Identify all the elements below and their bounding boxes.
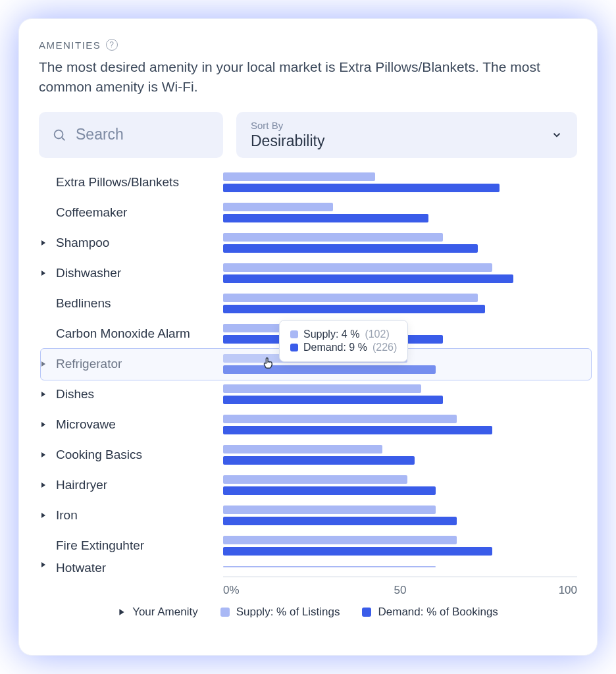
- demand-bar: [223, 184, 500, 192]
- supply-bar: [223, 384, 421, 393]
- caret-right-icon: [40, 239, 48, 247]
- svg-line-1: [62, 138, 64, 140]
- amenity-label[interactable]: Coffeemaker: [39, 197, 223, 228]
- supply-bar: [223, 172, 375, 181]
- svg-marker-4: [41, 240, 45, 246]
- amenity-bars[interactable]: [223, 197, 577, 228]
- amenity-label[interactable]: Microvawe: [39, 409, 223, 440]
- amenity-label-text: Iron: [56, 508, 78, 523]
- amenity-bars[interactable]: [223, 167, 577, 197]
- section-label: AMENITIES: [39, 39, 101, 51]
- demand-bar: [223, 244, 478, 253]
- amenity-label-text: Dishwasher: [56, 266, 121, 280]
- caret-right-icon: [40, 561, 48, 569]
- amenity-bars[interactable]: [223, 440, 577, 470]
- legend-your-amenity: Your Amenity: [118, 606, 198, 619]
- supply-swatch-icon: [220, 608, 230, 617]
- search-input[interactable]: Search: [39, 112, 223, 158]
- amenity-bars[interactable]: [223, 379, 577, 409]
- legend-demand: Demand: % of Bookings: [362, 606, 498, 619]
- amenity-bars[interactable]: [223, 288, 577, 319]
- amenity-label[interactable]: Carbon Monoxide Alarm: [39, 319, 223, 349]
- demand-swatch-icon: [362, 608, 371, 617]
- supply-bar: [223, 445, 382, 454]
- caret-right-icon: [118, 608, 126, 616]
- supply-bar: [223, 263, 492, 272]
- amenity-label[interactable]: Cooking Basics: [39, 440, 223, 470]
- section-description: The most desired amenity in your local m…: [39, 57, 577, 97]
- amenity-label-text: Hairdryer: [56, 478, 107, 492]
- amenity-label[interactable]: Iron: [39, 500, 223, 531]
- amenity-bars[interactable]: [223, 409, 577, 440]
- axis-tick: 0%: [223, 584, 240, 597]
- supply-bar: [223, 203, 333, 211]
- demand-bar: [223, 274, 513, 283]
- demand-bar: [223, 396, 443, 404]
- amenities-card: AMENITIES ? The most desired amenity in …: [18, 18, 598, 656]
- svg-marker-8: [41, 361, 45, 367]
- amenity-label-text: Fire Extinguhter: [56, 538, 144, 553]
- svg-marker-15: [41, 562, 45, 567]
- help-icon[interactable]: ?: [106, 39, 118, 51]
- chart-tooltip: Supply: 4 %(102)Demand: 9 %(226): [279, 320, 408, 362]
- supply-bar: [223, 566, 436, 567]
- amenity-bars[interactable]: [223, 228, 577, 258]
- supply-bar: [223, 233, 443, 242]
- amenity-label[interactable]: Hotwater: [39, 561, 223, 573]
- sort-label: Sort By: [251, 120, 324, 131]
- caret-right-icon: [40, 481, 48, 489]
- axis-tick: 50: [394, 584, 407, 597]
- amenity-label-text: Microvawe: [56, 417, 116, 432]
- svg-marker-16: [120, 609, 124, 615]
- chevron-down-icon: [551, 129, 563, 141]
- amenity-label-text: Carbon Monoxide Alarm: [56, 326, 190, 341]
- amenity-label[interactable]: Bedlinens: [39, 288, 223, 319]
- axis-tick: 100: [559, 584, 577, 597]
- svg-marker-13: [41, 513, 45, 518]
- supply-bar: [223, 475, 407, 484]
- amenity-label[interactable]: Extra Pillows/Blankets: [39, 167, 223, 197]
- demand-bar: [223, 305, 485, 313]
- amenity-label-text: Refrigerator: [56, 357, 122, 371]
- amenity-label-text: Dishes: [56, 387, 94, 402]
- amenity-label-text: Extra Pillows/Blankets: [56, 175, 179, 190]
- amenity-label[interactable]: Fire Extinguhter: [39, 531, 223, 561]
- caret-right-icon: [40, 421, 48, 428]
- demand-swatch-icon: [290, 344, 298, 351]
- amenity-label[interactable]: Shampoo: [39, 228, 223, 258]
- amenity-bars[interactable]: [223, 500, 577, 531]
- amenity-bars[interactable]: [223, 531, 577, 561]
- demand-bar: [223, 517, 457, 525]
- amenity-label[interactable]: Refrigerator: [39, 349, 223, 379]
- supply-bar: [223, 294, 478, 302]
- amenity-label[interactable]: Dishwasher: [39, 258, 223, 288]
- chart-legend: Your Amenity Supply: % of Listings Deman…: [39, 606, 577, 619]
- x-axis: 0%50100: [223, 577, 577, 599]
- caret-right-icon: [40, 269, 48, 277]
- svg-marker-5: [41, 271, 45, 276]
- supply-bar: [223, 536, 457, 544]
- amenity-bars[interactable]: [223, 258, 577, 288]
- amenity-label[interactable]: Dishes: [39, 379, 223, 409]
- svg-marker-12: [41, 482, 45, 488]
- svg-marker-9: [41, 392, 45, 397]
- demand-bar: [223, 547, 492, 556]
- amenities-chart: Extra Pillows/BlanketsCoffeemakerShampoo…: [39, 165, 577, 599]
- amenity-bars[interactable]: [223, 561, 577, 573]
- amenity-label[interactable]: Hairdryer: [39, 470, 223, 500]
- amenity-bars[interactable]: [223, 470, 577, 500]
- caret-right-icon: [40, 360, 48, 368]
- caret-right-icon: [40, 511, 48, 519]
- sort-select[interactable]: Sort By Desirability: [236, 112, 577, 158]
- sort-value: Desirability: [251, 132, 324, 150]
- legend-supply: Supply: % of Listings: [220, 606, 340, 619]
- supply-swatch-icon: [290, 330, 298, 338]
- amenity-label-text: Bedlinens: [56, 296, 111, 311]
- demand-bar: [223, 426, 492, 434]
- svg-marker-11: [41, 452, 45, 457]
- supply-bar: [223, 415, 457, 423]
- search-placeholder: Search: [76, 126, 124, 143]
- caret-right-icon: [40, 451, 48, 459]
- search-icon: [52, 128, 66, 142]
- demand-bar: [223, 365, 436, 374]
